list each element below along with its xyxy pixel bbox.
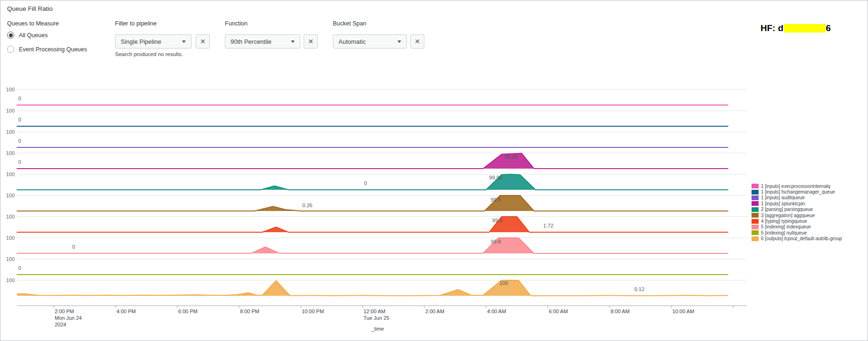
legend-item[interactable]: 4 [typing] typingqueue — [752, 218, 868, 224]
legend-color-swatch — [752, 207, 759, 212]
svg-text:10:00 PM: 10:00 PM — [302, 309, 324, 314]
legend-item[interactable]: 3 [aggregation] aggqueue — [752, 212, 868, 218]
function-value: 90th Percentile — [231, 38, 272, 45]
legend-color-swatch — [752, 213, 759, 218]
close-icon: ✕ — [414, 38, 420, 45]
svg-text:2024: 2024 — [55, 322, 66, 327]
svg-text:0: 0 — [72, 244, 75, 250]
function-label: Function — [225, 20, 248, 27]
legend-color-swatch — [752, 201, 759, 206]
chevron-down-icon — [182, 41, 186, 43]
svg-text:100: 100 — [6, 214, 15, 219]
svg-text:_time: _time — [371, 326, 384, 332]
svg-text:10:00 AM: 10:00 AM — [672, 309, 694, 314]
svg-text:1.72: 1.72 — [543, 223, 553, 228]
chart-legend: 1 [inputs] execprocessorinternalq1 [inpu… — [752, 183, 868, 242]
bucket-span-clear-button[interactable]: ✕ — [410, 34, 424, 49]
legend-item[interactable]: 5 [indexing] indexqueue — [752, 224, 868, 230]
svg-text:6:00 AM: 6:00 AM — [549, 309, 568, 314]
svg-text:0: 0 — [18, 265, 21, 271]
legend-color-swatch — [752, 190, 759, 195]
function-clear-button[interactable]: ✕ — [304, 34, 318, 49]
svg-text:0: 0 — [18, 117, 21, 122]
legend-label: 4 [typing] typingqueue — [761, 219, 807, 224]
svg-text:100: 100 — [6, 171, 15, 177]
legend-label: 1 [inputs] execprocessorinternalq — [761, 184, 830, 189]
legend-color-swatch — [752, 219, 759, 224]
legend-color-swatch — [752, 195, 759, 200]
svg-text:8:00 PM: 8:00 PM — [240, 309, 259, 314]
close-icon: ✕ — [308, 38, 314, 45]
legend-label: 3 [aggregation] aggqueue — [761, 213, 815, 218]
svg-text:100: 100 — [499, 280, 508, 286]
legend-label: 5 [indexing] nullqueue — [761, 230, 807, 235]
legend-item[interactable]: 1 [inputs] auditqueue — [752, 195, 868, 201]
svg-text:98.88: 98.88 — [504, 154, 518, 160]
legend-color-swatch — [752, 225, 759, 229]
close-icon: ✕ — [200, 38, 206, 45]
function-dropdown[interactable]: 90th Percentile — [225, 34, 300, 49]
svg-text:Mon Jun 24: Mon Jun 24 — [55, 315, 82, 321]
svg-text:99.9: 99.9 — [491, 197, 501, 203]
queue-fill-ratio-panel: Queue Fill Ratio Queues to Measure All Q… — [0, 0, 868, 341]
svg-text:100: 100 — [6, 150, 15, 156]
search-status-message: Search produced no results. — [115, 51, 183, 57]
svg-text:0.12: 0.12 — [634, 286, 644, 292]
event-processing-queues-radio[interactable] — [7, 46, 14, 53]
chevron-down-icon — [291, 41, 295, 43]
legend-item[interactable]: 1 [inputs] splunktcpin — [752, 201, 868, 206]
svg-text:Tue Jun 25: Tue Jun 25 — [364, 315, 389, 321]
legend-color-swatch — [752, 230, 759, 235]
event-processing-queues-radio-label[interactable]: Event Processing Queues — [19, 46, 87, 53]
svg-text:6:00 PM: 6:00 PM — [178, 309, 198, 314]
svg-text:100: 100 — [6, 87, 15, 92]
filter-to-pipeline-dropdown[interactable]: Single Pipeline — [115, 34, 191, 49]
legend-item[interactable]: 1 [inputs] execprocessorinternalq — [752, 183, 868, 189]
hf-annotation-prefix: HF: d — [761, 23, 784, 33]
legend-label: 1 [inputs] fschangemanager_queue — [761, 189, 835, 195]
legend-label: 1 [inputs] auditqueue — [761, 195, 805, 200]
svg-text:0: 0 — [18, 159, 21, 165]
legend-item[interactable]: 5 [indexing] nullqueue — [752, 230, 868, 235]
legend-item[interactable]: 2 [parsing] parsingqueue — [752, 207, 868, 212]
svg-text:100: 100 — [6, 129, 15, 135]
svg-text:0.26: 0.26 — [302, 203, 312, 208]
bucket-span-dropdown[interactable]: Automatic — [333, 34, 407, 49]
trellis-chart: 100010001000100098.88100099.961000.2699.… — [0, 71, 755, 341]
legend-label: 5 [indexing] indexqueue — [761, 224, 811, 229]
svg-text:100: 100 — [6, 256, 15, 262]
all-queues-radio[interactable] — [7, 32, 14, 39]
svg-text:0: 0 — [18, 138, 21, 144]
filter-to-pipeline-label: Filter to pipeline — [115, 20, 157, 27]
svg-text:100: 100 — [6, 235, 15, 241]
hf-annotation-suffix: 6 — [826, 23, 831, 33]
filter-to-pipeline-clear-button[interactable]: ✕ — [196, 34, 210, 49]
legend-label: 1 [inputs] splunktcpin — [761, 201, 805, 206]
bucket-span-value: Automatic — [339, 38, 366, 45]
page-title: Queue Fill Ratio — [7, 5, 53, 12]
all-queues-radio-label[interactable]: All Queues — [19, 32, 48, 39]
legend-item[interactable]: 6 [outputs] tcpout_default-autolb-group — [752, 236, 868, 242]
bucket-span-label: Bucket Span — [333, 20, 366, 27]
legend-label: 6 [outputs] tcpout_default-autolb-group — [761, 236, 842, 241]
svg-text:100: 100 — [6, 193, 15, 198]
svg-text:0: 0 — [18, 96, 21, 101]
legend-color-swatch — [752, 236, 759, 241]
hf-annotation: HF: d6 — [761, 23, 831, 33]
chevron-down-icon — [397, 41, 401, 43]
legend-label: 2 [parsing] parsingqueue — [761, 207, 813, 212]
radio-row-all-queues: All Queues — [7, 32, 48, 39]
queues-to-measure-label: Queues to Measure — [7, 20, 59, 27]
radio-row-event-processing-queues: Event Processing Queues — [7, 46, 87, 53]
svg-text:8:00 AM: 8:00 AM — [611, 309, 629, 314]
svg-text:99.8: 99.8 — [492, 218, 502, 223]
svg-text:99.8: 99.8 — [491, 239, 501, 244]
redaction-highlight — [784, 24, 826, 32]
legend-item[interactable]: 1 [inputs] fschangemanager_queue — [752, 189, 868, 195]
svg-text:0: 0 — [364, 180, 367, 186]
svg-text:12:00 AM: 12:00 AM — [364, 309, 385, 314]
svg-text:4:00 AM: 4:00 AM — [487, 309, 506, 314]
legend-color-swatch — [752, 184, 759, 188]
svg-text:4:00 PM: 4:00 PM — [116, 309, 136, 314]
svg-text:100: 100 — [6, 277, 15, 283]
